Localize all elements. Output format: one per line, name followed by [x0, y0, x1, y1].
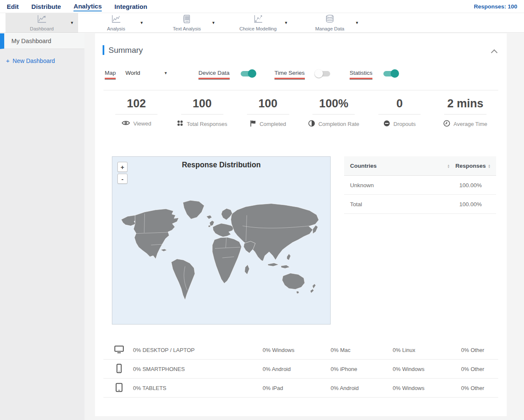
device-category-label: 0% TABLETS — [133, 385, 263, 391]
summary-accent-bar — [103, 45, 104, 55]
responses-count: Responses: 100 — [474, 3, 517, 10]
stat-label: Viewed — [133, 120, 151, 127]
stat-label: Average Time — [453, 121, 487, 127]
database-icon — [325, 14, 335, 25]
toolbar-item-label: Dashboard — [30, 26, 54, 31]
nav-item-integration[interactable]: Integration — [114, 2, 147, 11]
toolbar-item-analysis[interactable]: Analysis ▼ — [84, 13, 148, 33]
line-chart-icon — [36, 14, 47, 25]
chevron-down-icon[interactable]: ▼ — [355, 21, 359, 25]
toggle-knob — [315, 69, 323, 78]
new-dashboard-label: New Dashboard — [13, 57, 55, 64]
table-row: Unknown 100.00% — [344, 176, 496, 195]
toolbar-item-label: Manage Data — [315, 26, 344, 31]
stat-value: 100 — [258, 97, 277, 110]
device-data-toggle-group: Device Data — [198, 70, 255, 79]
summary-panel: Summary Map World ▼ Device Data Time Ser… — [95, 33, 507, 416]
sort-icon[interactable]: ▲▼ — [488, 164, 491, 168]
statistics-label: Statistics — [350, 70, 372, 79]
divider — [378, 114, 421, 115]
stat-completed: 100 Completed — [235, 97, 301, 128]
device-stat: 0% Other — [461, 366, 498, 372]
device-stat: 0% Windows — [393, 366, 461, 372]
map-title: Response Distribution — [112, 161, 330, 169]
chevron-down-icon[interactable]: ▼ — [212, 21, 215, 25]
divider — [444, 114, 486, 115]
chevron-down-icon[interactable]: ▼ — [140, 21, 144, 25]
divider — [247, 114, 289, 115]
map-zoom-in-button[interactable]: + — [117, 162, 128, 172]
stat-completion-rate: 100% Completion Rate — [301, 97, 367, 128]
sort-icon[interactable]: ▲▼ — [447, 164, 450, 168]
page-title: Summary — [109, 46, 143, 55]
toolbar-item-label: Analysis — [107, 26, 125, 31]
stat-label: Dropouts — [394, 121, 416, 127]
chevron-down-icon[interactable]: ▼ — [284, 21, 288, 25]
new-dashboard-button[interactable]: + New Dashboard — [6, 57, 84, 64]
device-data-label: Device Data — [198, 70, 230, 79]
toolbar-item-choice-modelling[interactable]: Choice Modelling ▼ — [224, 13, 292, 33]
divider — [312, 114, 355, 115]
plus-icon: + — [6, 57, 10, 64]
dots-grid-icon — [177, 120, 183, 128]
stat-dropouts: 0 Dropouts — [367, 97, 432, 128]
stat-value: 102 — [127, 97, 146, 110]
stat-average-time: 2 mins Average Time — [432, 97, 498, 128]
table-row-desktop: 0% DESKTOP / LAPTOP 0% Windows 0% Mac 0%… — [103, 341, 498, 360]
minus-circle-icon — [383, 120, 390, 128]
nav-item-analytics[interactable]: Analytics — [73, 1, 102, 11]
device-category-label: 0% DESKTOP / LAPTOP — [133, 347, 263, 353]
device-stat: 0% Other — [461, 347, 498, 353]
stat-value: 100% — [319, 97, 348, 110]
eye-icon — [122, 120, 130, 127]
desktop-icon — [114, 345, 133, 355]
device-stat: 0% Android — [263, 366, 331, 372]
responses-column-header[interactable]: Responses — [456, 163, 486, 169]
toolbar-item-label: Choice Modelling — [239, 26, 277, 31]
time-series-toggle[interactable] — [316, 71, 330, 76]
sidebar-item-my-dashboard[interactable]: My Dashboard — [0, 33, 84, 49]
map-label: Map — [105, 70, 116, 79]
toolbar-item-manage-data[interactable]: Manage Data ▼ — [296, 13, 363, 33]
device-breakdown-table: 0% DESKTOP / LAPTOP 0% Windows 0% Mac 0%… — [103, 341, 498, 398]
toolbar-item-text-analysis[interactable]: Text Analysis ▼ — [154, 13, 220, 33]
collapse-chevron-up-icon[interactable] — [491, 49, 498, 56]
toggle-knob — [391, 69, 399, 78]
world-map — [115, 176, 328, 322]
response-distribution-map[interactable]: Response Distribution + - — [112, 156, 331, 325]
stat-viewed: 102 Viewed — [103, 97, 169, 128]
top-nav: Edit Distribute Analytics Integration Re… — [0, 0, 524, 13]
device-stat: 0% Linux — [393, 347, 461, 353]
time-series-toggle-group: Time Series — [274, 70, 330, 79]
stats-row: 102 Viewed 100 Total Responses 100 — [103, 97, 498, 128]
country-responses: 100.00% — [459, 201, 482, 207]
chevron-down-icon[interactable]: ▼ — [70, 21, 74, 25]
statistics-toggle-group: Statistics — [350, 70, 398, 79]
line-chart-icon — [111, 14, 122, 25]
countries-table: Countries ▲▼ Responses ▲▼ Unknown 100.00… — [344, 156, 496, 214]
stat-label: Total Responses — [187, 121, 227, 127]
stat-total-responses: 100 Total Responses — [169, 97, 235, 128]
table-row-smartphones: 0% SMARTPHONES 0% Android 0% iPhone 0% W… — [103, 360, 498, 379]
country-name: Total — [350, 201, 459, 207]
toolbar-item-dashboard[interactable]: Dashboard ▼ — [5, 13, 78, 33]
device-stat: 0% Windows — [263, 347, 331, 353]
nav-item-edit[interactable]: Edit — [7, 2, 19, 11]
nav-item-distribute[interactable]: Distribute — [31, 2, 61, 11]
device-data-toggle[interactable] — [241, 71, 255, 76]
countries-column-header[interactable]: Countries — [350, 163, 445, 169]
stat-value: 100 — [193, 97, 212, 110]
divider — [115, 114, 157, 115]
statistics-toggle[interactable] — [383, 71, 398, 76]
device-stat: 0% Android — [331, 385, 393, 391]
device-stat: 0% Other — [461, 385, 498, 391]
toolbar-item-label: Text Analysis — [173, 26, 201, 31]
country-name: Unknown — [350, 182, 459, 188]
main-content: Summary Map World ▼ Device Data Time Ser… — [84, 33, 524, 420]
divider — [181, 114, 223, 115]
divider — [103, 90, 498, 90]
device-stat: 0% Windows — [393, 385, 461, 391]
map-region-dropdown[interactable]: World ▼ — [125, 70, 168, 76]
document-grid-icon — [182, 14, 191, 25]
table-row-tablets: 0% TABLETS 0% iPad 0% Android 0% Windows… — [103, 379, 498, 398]
